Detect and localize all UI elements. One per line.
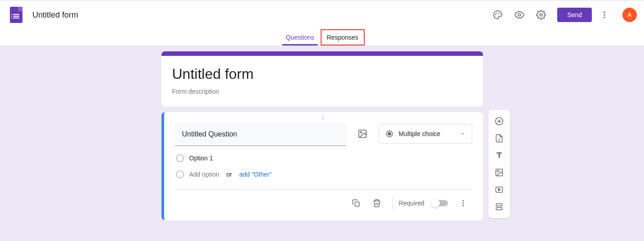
add-other-button[interactable]: add "Other" (239, 171, 272, 178)
add-title-button[interactable] (488, 147, 510, 164)
option-row[interactable]: Option 1 (175, 154, 472, 162)
svg-point-1 (496, 13, 497, 14)
or-text: or (226, 171, 232, 178)
import-icon (495, 134, 504, 143)
question-more-button[interactable] (454, 194, 472, 212)
svg-point-12 (388, 132, 391, 135)
svg-point-10 (360, 132, 362, 133)
image-icon (495, 168, 504, 177)
svg-point-16 (462, 205, 464, 206)
text-icon (495, 151, 504, 160)
tab-responses[interactable]: Responses (321, 29, 365, 45)
form-name-input[interactable]: Untitled form (32, 10, 489, 20)
svg-rect-13 (355, 202, 359, 206)
add-option-button[interactable]: Add option (189, 171, 219, 178)
dropdown-arrow-icon (460, 131, 465, 136)
image-icon (358, 129, 367, 139)
svg-point-15 (462, 203, 464, 204)
palette-icon (493, 10, 503, 20)
svg-marker-23 (498, 189, 500, 191)
delete-button[interactable] (368, 194, 386, 212)
question-card[interactable]: ⠿ Multiple choice (161, 112, 483, 220)
radio-icon (385, 130, 394, 138)
add-image-button[interactable] (353, 125, 371, 143)
preview-button[interactable] (510, 6, 528, 24)
svg-point-0 (495, 14, 496, 15)
form-title-card[interactable]: Untitled form Form description (161, 51, 483, 107)
svg-point-2 (498, 13, 499, 14)
import-questions-button[interactable] (488, 130, 510, 147)
option-text[interactable]: Option 1 (189, 155, 213, 162)
required-toggle[interactable] (432, 200, 448, 206)
gear-icon (536, 10, 546, 20)
svg-point-4 (519, 14, 521, 16)
add-question-button[interactable] (488, 113, 510, 130)
customize-theme-button[interactable] (489, 6, 507, 24)
more-vertical-icon (459, 199, 467, 207)
copy-icon (352, 199, 361, 208)
more-vertical-icon (600, 10, 609, 19)
svg-point-14 (462, 200, 464, 201)
add-image-button-toolbar[interactable] (488, 164, 510, 181)
form-description[interactable]: Form description (172, 88, 472, 95)
svg-point-7 (604, 14, 605, 15)
question-type-label: Multiple choice (399, 130, 455, 137)
add-video-button[interactable] (488, 181, 510, 198)
radio-icon (176, 154, 184, 162)
drag-handle-icon[interactable]: ⠿ (321, 115, 326, 121)
radio-icon (176, 170, 184, 178)
duplicate-button[interactable] (347, 194, 365, 212)
divider (392, 196, 393, 210)
plus-circle-icon (494, 116, 504, 126)
svg-rect-25 (496, 208, 502, 210)
side-toolbar (488, 110, 510, 218)
question-title-input[interactable] (175, 123, 346, 146)
svg-point-8 (604, 17, 605, 18)
send-button[interactable]: Send (557, 8, 592, 22)
svg-point-5 (540, 14, 543, 16)
account-avatar[interactable]: A (622, 8, 637, 22)
form-title[interactable]: Untitled form (172, 66, 472, 82)
question-type-selector[interactable]: Multiple choice (379, 124, 472, 144)
add-section-button[interactable] (488, 198, 510, 215)
svg-point-6 (604, 12, 605, 13)
svg-point-21 (497, 171, 499, 172)
tab-questions[interactable]: Questions (279, 29, 320, 45)
forms-logo[interactable] (7, 6, 25, 24)
more-button[interactable] (595, 6, 613, 24)
svg-rect-24 (496, 204, 502, 206)
settings-button[interactable] (532, 6, 550, 24)
section-icon (495, 202, 504, 211)
eye-icon (514, 10, 524, 20)
required-label: Required (399, 200, 425, 207)
video-icon (495, 185, 504, 194)
svg-point-3 (500, 14, 501, 15)
trash-icon (372, 199, 381, 208)
